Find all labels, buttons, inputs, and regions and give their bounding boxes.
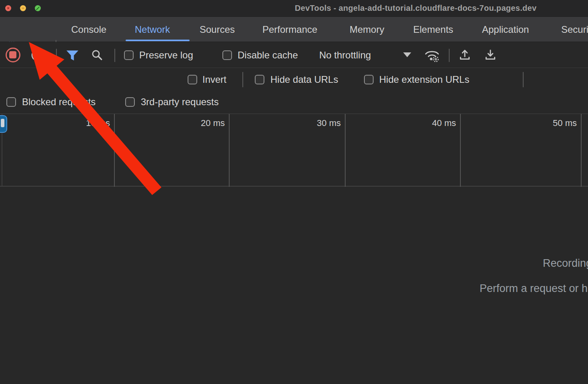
network-conditions-button[interactable] [423,48,441,64]
devtools-tab-bar: Console Network Sources Performance Memo… [0,17,588,42]
timeline-divider [460,114,461,187]
more-filters-row: Blocked requests 3rd-party requests [0,91,588,114]
tab-console[interactable]: Console [71,24,106,35]
preserve-log-checkbox[interactable] [124,50,134,60]
clear-network-log-button[interactable] [30,48,44,64]
timeline-tick: 30 ms [317,118,341,128]
tab-memory[interactable]: Memory [350,24,384,35]
timeline-divider [114,114,115,187]
clear-icon [30,48,44,62]
disable-cache-label: Disable cache [238,50,298,61]
toolbar-divider [114,49,115,62]
timeline-tick: 10 ms [86,118,110,128]
zoom-icon [36,6,40,10]
filter-row-divider [523,72,524,87]
close-icon: × [5,5,11,11]
minimize-window-button[interactable]: − [20,5,26,11]
blocked-requests-checkbox[interactable] [6,97,16,107]
record-stop-icon [9,51,16,58]
timeline-tick: 40 ms [432,118,456,128]
export-icon [484,48,497,61]
hide-data-urls-label: Hide data URLs [270,74,338,85]
minimize-icon: − [20,5,26,11]
throttling-select[interactable]: No throttling [319,50,371,61]
tab-performance[interactable]: Performance [262,24,317,35]
toolbar-divider [56,49,57,62]
record-network-log-button[interactable] [6,48,20,62]
recording-status-text: Recording network activity… [543,257,588,270]
funnel-icon [65,49,80,62]
disable-cache-checkbox[interactable] [222,50,232,60]
close-window-button[interactable]: × [5,5,11,11]
edge-clipped-element-inner [1,119,4,127]
toolbar-divider [449,49,450,62]
title-bar: × − DevTools - angela-add-tutorial.cloud… [0,0,588,17]
invert-checkbox[interactable] [188,75,197,84]
window-title: DevTools - angela-add-tutorial.cloudflar… [295,4,536,13]
hide-extension-urls-checkbox[interactable] [364,75,374,84]
hide-extension-urls-label: Hide extension URLs [379,74,469,85]
filter-toggle-button[interactable] [65,49,80,64]
timeline-divider [581,114,582,187]
edge-clipped-element [0,115,7,133]
blocked-requests-label: Blocked requests [22,96,96,108]
third-party-requests-checkbox[interactable] [125,97,135,107]
filter-row: Invert Hide data URLs Hide extension URL… [0,68,588,91]
search-button[interactable] [90,48,104,64]
search-icon [90,48,104,62]
tab-network[interactable]: Network [135,24,170,35]
export-har-button[interactable] [484,48,497,63]
tab-elements[interactable]: Elements [413,24,453,35]
chevron-down-icon[interactable] [403,52,411,57]
import-icon [458,48,471,61]
perform-request-hint-text: Perform a request or hit ⌘ R to record t… [480,282,588,295]
timeline-tick: 50 ms [553,118,577,128]
network-overview-timeline: 10 ms 20 ms 30 ms 40 ms 50 ms [0,114,588,186]
tab-security[interactable]: Security [561,24,588,35]
timeline-divider [229,114,230,187]
tab-sources[interactable]: Sources [200,24,235,35]
third-party-requests-label: 3rd-party requests [141,96,219,108]
devtools-window: × − DevTools - angela-add-tutorial.cloud… [0,0,588,384]
tab-application[interactable]: Application [482,24,529,35]
invert-label: Invert [202,74,226,85]
filter-row-divider [242,72,243,87]
hide-data-urls-checkbox[interactable] [255,75,264,84]
preserve-log-label: Preserve log [139,50,193,61]
timeline-tick: 20 ms [201,118,225,128]
wifi-gear-icon [423,48,441,63]
import-har-button[interactable] [458,48,471,63]
active-tab-underline [126,40,190,41]
timeline-divider [345,114,346,187]
zoom-window-button[interactable] [35,5,41,11]
